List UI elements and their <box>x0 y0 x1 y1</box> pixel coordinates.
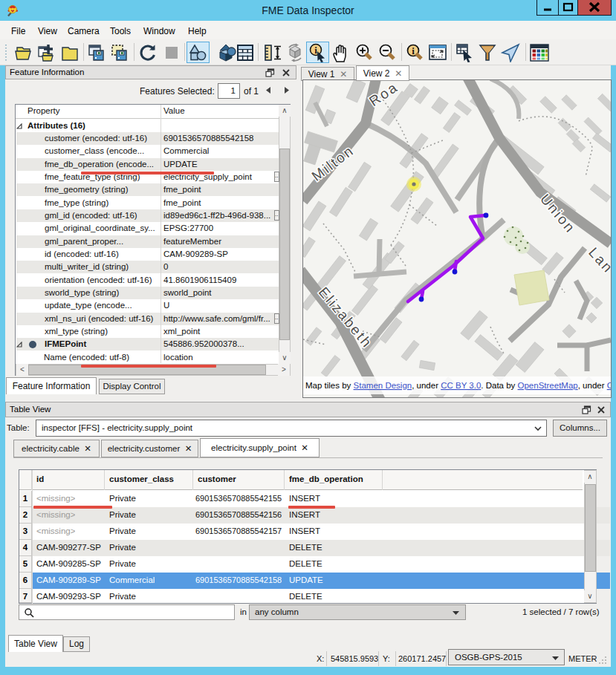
svg-text:Map tiles by Stamen Design, un: Map tiles by Stamen Design, under CC BY … <box>305 381 611 390</box>
svg-text:i: i <box>412 45 415 56</box>
svg-text:i: i <box>314 45 317 56</box>
svg-text:Lan: Lan <box>586 244 611 276</box>
